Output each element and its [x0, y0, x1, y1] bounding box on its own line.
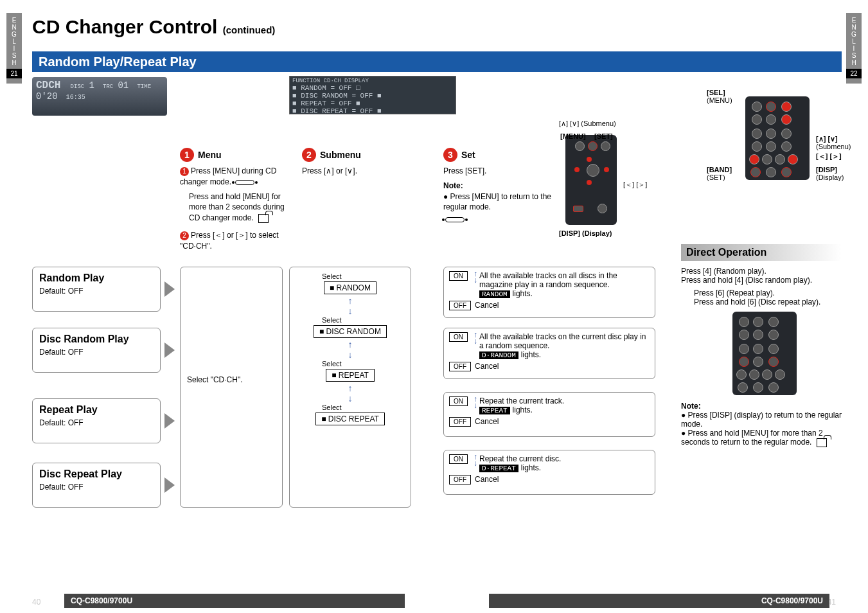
arrow-ud-icon — [472, 332, 479, 344]
panel-remote-top — [745, 96, 810, 180]
panel-remote-direct — [732, 312, 797, 395]
dr-5-btn[interactable] — [753, 357, 763, 367]
remote-label-sub: [∧] [∨] (Submenu) — [559, 120, 616, 128]
remote-up-dot[interactable] — [587, 157, 592, 162]
page-title: CD Changer Control (continued) — [32, 16, 275, 38]
remote-eject-btn[interactable] — [588, 141, 598, 151]
arrow-icon — [164, 281, 175, 297]
display-icon — [235, 180, 254, 185]
side-tab-left: E N G L I S H 21 — [6, 13, 22, 84]
remote-right-dot[interactable] — [604, 167, 609, 172]
dr-sel-btn[interactable] — [753, 317, 763, 327]
remote-btn[interactable] — [601, 141, 610, 151]
remote-left-dot[interactable] — [574, 167, 580, 172]
remote-btn[interactable] — [575, 141, 585, 151]
pr-sel-btn[interactable] — [766, 102, 776, 112]
dr-band-btn[interactable] — [738, 382, 748, 393]
dr-3-btn[interactable] — [768, 344, 779, 354]
arrow-icon — [164, 342, 175, 358]
dr-src-btn[interactable] — [739, 317, 749, 327]
pr-label-lr: [＜] [＞] — [816, 152, 842, 161]
side-num-right: 22 — [846, 69, 862, 78]
footer-model-left: CQ-C9800/9700U — [64, 594, 405, 608]
pr-8-btn[interactable] — [775, 154, 785, 164]
pr-disp-btn[interactable] — [781, 167, 792, 177]
on-badge: ON — [449, 271, 468, 281]
dr-0-btn[interactable] — [753, 382, 763, 393]
off-badge: OFF — [449, 475, 471, 484]
pr-4-btn[interactable] — [752, 141, 762, 152]
arrow-ud-icon — [472, 396, 479, 409]
pr-down-btn[interactable] — [781, 114, 792, 125]
pr-5-btn[interactable] — [766, 141, 776, 152]
dr-left-btn[interactable] — [736, 369, 747, 380]
side-letters: E N G L I S H — [6, 17, 22, 66]
menuitem-random: ■ RANDOM — [324, 281, 376, 294]
hold-icon — [258, 214, 269, 223]
step-submenu-body: Press [∧] or [∨]. — [302, 166, 392, 177]
dr-right-btn[interactable] — [775, 369, 785, 380]
dr-1-btn[interactable] — [739, 344, 749, 354]
pr-brand: PanasonicCar Audio — [761, 184, 787, 195]
toggle-disc-repeat: ON Repeat the current disc.D·REPEATlight… — [443, 450, 655, 495]
remote-disp-btn[interactable] — [598, 204, 607, 213]
device-remote — [565, 135, 617, 225]
toggle-disc-random: ON All the available tracks on the curre… — [443, 328, 655, 379]
direct-operation-head: Direct Operation — [681, 244, 842, 261]
page-num-left: 40 — [32, 598, 40, 607]
off-badge: OFF — [449, 417, 471, 427]
card-menuitems: Select ■ RANDOM ↑↓ Select ■ DISC RANDOM … — [289, 267, 411, 508]
pr-label-band: [BAND] — [707, 166, 732, 173]
card-random: Random PlayDefault: OFF — [32, 267, 161, 312]
pr-3-btn[interactable] — [781, 129, 792, 139]
dr-6-btn[interactable] — [768, 357, 779, 367]
dr-mute-btn[interactable] — [739, 330, 749, 340]
pr-right-btn[interactable] — [788, 154, 798, 164]
remote-label-menu: [MENU] — [560, 132, 586, 140]
pr-num-btn[interactable] — [766, 114, 776, 125]
step-menu-head: 1Menu — [180, 148, 222, 162]
pr-src-btn[interactable] — [752, 102, 762, 112]
pr-left-btn[interactable] — [749, 154, 759, 164]
side-num-left: 21 — [6, 69, 22, 78]
side-letters-r: E N G L I S H — [846, 17, 862, 66]
dr-up-btn[interactable] — [768, 317, 779, 327]
on-badge: ON — [449, 454, 468, 464]
dr-num-btn[interactable] — [753, 330, 763, 340]
pr-band-btn[interactable] — [750, 167, 761, 177]
pr-label-band-sub: (SET) — [707, 173, 725, 181]
dr-disp-btn[interactable] — [768, 382, 779, 393]
dr-8-btn[interactable] — [762, 369, 772, 380]
menuitem-disc-random: ■ DISC RANDOM — [314, 325, 387, 338]
pr-label-sel: [SEL] — [707, 89, 725, 96]
dr-7-btn[interactable] — [749, 369, 759, 380]
toggle-random: ON All the available tracks on all discs… — [443, 267, 655, 318]
remote-volume-btn[interactable] — [587, 164, 599, 177]
dr-down-btn[interactable] — [768, 330, 779, 340]
off-badge: OFF — [449, 301, 471, 310]
remote-down-dot[interactable] — [587, 180, 592, 185]
pr-up-btn[interactable] — [781, 102, 792, 112]
side-tab-right: E N G L I S H 22 — [846, 13, 862, 84]
arrow-ud-icon — [472, 271, 479, 283]
step-menu-body: 1Press [MENU] during CD changer mode. Pr… — [180, 166, 296, 252]
pr-1-btn[interactable] — [752, 129, 762, 139]
card-link: Select "CD·CH". — [180, 267, 283, 508]
dr-2-btn[interactable] — [753, 344, 763, 354]
remote-label-disp: [DISP] (Display) — [559, 229, 612, 237]
pr-0-btn[interactable] — [766, 167, 776, 177]
pr-2-btn[interactable] — [766, 129, 776, 139]
pr-label-sub2: (Submenu) — [816, 143, 851, 150]
arrow-ud-icon — [472, 454, 479, 466]
remote-band-btn[interactable] — [573, 206, 583, 212]
remote-label-lr: [＜] [＞] — [623, 180, 647, 190]
pr-6-btn[interactable] — [781, 141, 792, 152]
footer-model-right: CQ-C9800/9700U — [489, 594, 829, 608]
pr-7-btn[interactable] — [762, 154, 772, 164]
pr-mute-btn[interactable] — [752, 114, 762, 125]
step-submenu-head: 2Submenu — [302, 148, 361, 162]
dr-4-btn[interactable] — [739, 357, 749, 367]
on-badge: ON — [449, 332, 468, 342]
main-lcd: CDCH DISC 1 TRC 01 TIME 0'20 16:35 RANDO… — [32, 77, 167, 116]
toggle-repeat: ON Repeat the current track.REPEATlights… — [443, 392, 655, 437]
